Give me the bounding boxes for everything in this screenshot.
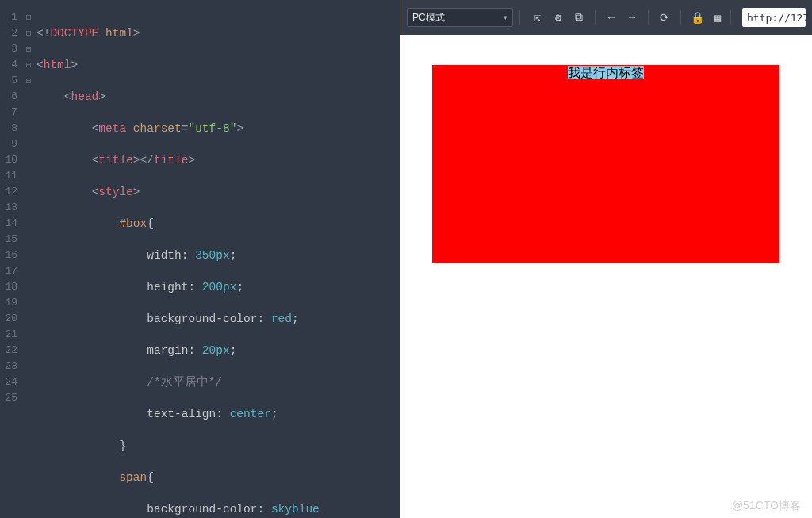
screenshot-icon[interactable]: ⧉ [573,11,585,24]
line-number: 14 [0,216,17,232]
line-number: 6 [0,89,17,105]
forward-icon[interactable]: → [626,11,638,24]
code-line[interactable]: height: 200px; [36,279,320,295]
code-line[interactable]: <!DOCTYPE html> [36,25,320,41]
toolbar-divider [595,10,596,25]
line-number: 4 [0,57,17,73]
line-number: 8 [0,121,17,136]
rendered-box: 我是行内标签 [432,65,779,263]
qr-icon[interactable]: ▦ [711,11,724,24]
line-number: 19 [0,295,17,311]
browser-viewport: 我是行内标签 [400,35,812,518]
preview-mode-label: PC模式 [412,11,445,25]
watermark: @51CTO博客 [732,499,801,513]
line-number: 7 [0,105,17,121]
code-line[interactable]: } [36,438,320,454]
browser-preview-pane: PC模式 ▾ ⇱ ⚙ ⧉ ← → ⟳ 🔒 ▦ http://127 [400,0,812,518]
line-number: 12 [0,184,17,200]
line-number: 3 [0,41,17,57]
line-number: 18 [0,279,17,295]
line-number: 11 [0,168,17,184]
code-line[interactable]: span{ [36,470,320,485]
code-line[interactable]: <meta charset="utf-8"> [36,121,320,136]
line-number: 1 [0,10,17,25]
url-input[interactable]: http://127 [742,8,806,27]
code-line[interactable]: width: 350px; [36,247,320,263]
line-number: 25 [0,390,17,406]
line-number: 24 [0,374,17,390]
line-number: 5 [0,73,17,89]
code-line[interactable]: <html> [36,57,320,73]
code-line[interactable]: <style> [36,184,320,200]
rendered-span: 我是行内标签 [568,66,644,79]
toolbar-divider [648,10,649,25]
gear-icon[interactable]: ⚙ [552,11,565,24]
fold-marker[interactable]: ⊟ [22,10,35,25]
lock-icon[interactable]: 🔒 [691,11,703,24]
preview-mode-select[interactable]: PC模式 ▾ [407,8,513,27]
line-number: 2 [0,25,17,41]
line-number: 23 [0,359,17,374]
fold-marker[interactable]: ⊟ [22,25,35,41]
line-number: 9 [0,136,17,152]
code-line[interactable]: <title></title> [36,152,320,168]
code-line[interactable]: background-color: red; [36,311,320,327]
line-number: 16 [0,247,17,263]
toolbar-divider [730,10,731,25]
code-line[interactable]: #box{ [36,216,320,232]
code-editor-pane: 1 2 3 4 5 6 7 8 9 10 11 12 13 14 15 16 1… [0,0,400,518]
line-number-gutter: 1 2 3 4 5 6 7 8 9 10 11 12 13 14 15 16 1… [0,0,22,518]
code-line[interactable]: <head> [36,89,320,105]
fold-marker[interactable]: ⊟ [22,57,35,73]
reload-icon[interactable]: ⟳ [658,11,671,24]
chevron-down-icon: ▾ [504,13,508,21]
toolbar-divider [680,10,681,25]
back-icon[interactable]: ← [605,11,618,24]
fold-marker[interactable]: ⊟ [22,41,35,57]
code-area[interactable]: <!DOCTYPE html> <html> <head> <meta char… [35,0,320,518]
line-number: 10 [0,152,17,168]
fold-gutter: ⊟ ⊟ ⊟ ⊟ ⊟ [22,0,35,518]
code-line[interactable]: background-color: skyblue [36,501,320,517]
popout-icon[interactable]: ⇱ [531,11,544,24]
line-number: 15 [0,232,17,247]
fold-marker[interactable]: ⊟ [22,73,35,89]
toolbar-divider [519,10,520,25]
browser-toolbar: PC模式 ▾ ⇱ ⚙ ⧉ ← → ⟳ 🔒 ▦ http://127 [400,0,812,35]
code-line[interactable]: text-align: center; [36,406,320,422]
line-number: 22 [0,343,17,359]
line-number: 17 [0,263,17,279]
line-number: 21 [0,327,17,343]
line-number: 13 [0,200,17,216]
line-number: 20 [0,311,17,327]
code-line[interactable]: margin: 20px; [36,343,320,359]
code-line[interactable]: /*水平居中*/ [36,374,320,390]
